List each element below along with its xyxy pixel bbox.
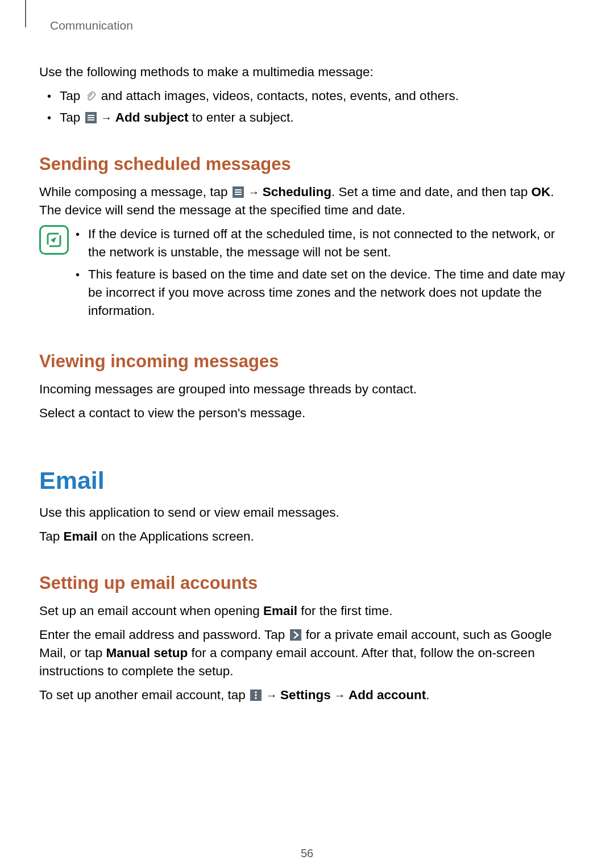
arrow: → — [245, 186, 263, 198]
paragraph: Enter the email address and password. Ta… — [39, 626, 574, 680]
note-icon — [39, 225, 69, 255]
text: Set up an email account when opening — [39, 604, 263, 618]
text: While composing a message, tap — [39, 185, 231, 199]
paragraph: Select a contact to view the person's me… — [39, 404, 574, 422]
svg-rect-1 — [88, 115, 94, 116]
bold-text: Add account — [349, 688, 426, 702]
svg-point-11 — [255, 694, 257, 696]
text: for the first time. — [297, 604, 393, 618]
multimedia-methods-list: Tap and attach images, videos, contacts,… — [39, 87, 574, 127]
svg-rect-2 — [88, 117, 94, 118]
text: and attach images, videos, contacts, not… — [98, 89, 459, 103]
svg-rect-6 — [235, 192, 242, 193]
note-item: This feature is based on the time and da… — [76, 265, 574, 320]
text: on the Applications screen. — [98, 529, 254, 543]
paragraph: Incoming messages are grouped into messa… — [39, 380, 574, 398]
header-divider — [25, 0, 26, 27]
arrow: → — [98, 111, 115, 124]
list-item: Tap → Add subject to enter a subject. — [60, 109, 574, 127]
list-item: Tap and attach images, videos, contacts,… — [60, 87, 574, 105]
bold-text: Settings — [280, 688, 331, 702]
heading-setting-up-email: Setting up email accounts — [39, 573, 574, 593]
breadcrumb: Communication — [50, 19, 133, 32]
svg-rect-7 — [235, 194, 242, 195]
text: . — [426, 688, 429, 702]
intro-text: Use the following methods to make a mult… — [39, 63, 574, 81]
bold-text: Email — [64, 529, 98, 543]
svg-point-12 — [255, 697, 257, 699]
bold-text: Manual setup — [106, 646, 188, 660]
text: Tap — [39, 529, 64, 543]
note-item: If the device is turned off at the sched… — [76, 225, 574, 261]
svg-rect-3 — [88, 119, 94, 121]
text: To set up another email account, tap — [39, 688, 249, 702]
attach-icon — [85, 89, 97, 102]
text: . Set a time and date, and then tap — [331, 185, 532, 199]
paragraph: Set up an email account when opening Ema… — [39, 602, 574, 620]
paragraph: To set up another email account, tap → S… — [39, 686, 574, 704]
note-list: If the device is turned off at the sched… — [76, 225, 574, 324]
page-content: Use the following methods to make a mult… — [39, 63, 574, 710]
bold-text: Email — [263, 604, 297, 618]
note-box: If the device is turned off at the sched… — [39, 225, 574, 324]
menu-icon — [85, 111, 97, 123]
svg-point-10 — [255, 691, 257, 693]
text: Tap — [60, 110, 84, 124]
bold-text: Scheduling — [263, 185, 331, 199]
paragraph: While composing a message, tap → Schedul… — [39, 183, 574, 219]
svg-rect-8 — [290, 629, 301, 641]
text: Tap — [60, 89, 84, 103]
paragraph: Use this application to send or view ema… — [39, 504, 574, 522]
heading-sending-scheduled: Sending scheduled messages — [39, 154, 574, 175]
text: Enter the email address and password. Ta… — [39, 628, 289, 642]
paragraph: Tap Email on the Applications screen. — [39, 528, 574, 546]
menu-icon — [232, 185, 244, 198]
next-icon — [289, 628, 302, 641]
svg-rect-5 — [235, 189, 242, 190]
more-icon — [250, 688, 262, 701]
bold-text: Add subject — [115, 110, 189, 124]
text: to enter a subject. — [188, 110, 293, 124]
arrow: → — [331, 689, 349, 701]
heading-email: Email — [39, 467, 574, 495]
bold-text: OK — [532, 185, 551, 199]
heading-viewing-incoming: Viewing incoming messages — [39, 351, 574, 372]
page-number: 56 — [0, 847, 614, 860]
arrow: → — [263, 689, 280, 701]
